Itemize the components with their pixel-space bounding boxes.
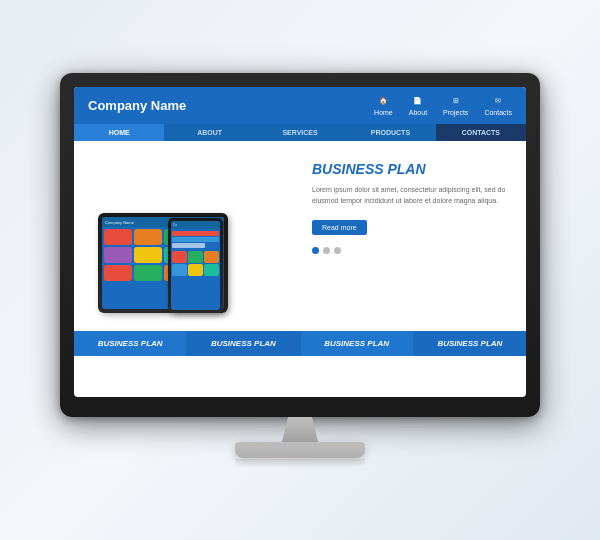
phone-bar-blue — [172, 237, 219, 242]
phone-app-red — [172, 251, 187, 263]
smartphone-device: Co — [168, 218, 223, 313]
phone-app-green — [188, 251, 203, 263]
card-2[interactable]: BUSINESS PLAN — [187, 331, 299, 356]
site-navigation: HOME ABOUT SERVICES PRODUCTS CONTACTS — [74, 124, 526, 141]
app-icon-purple — [104, 247, 132, 263]
monitor-bezel: Company Name 🏠 Home 📄 About ⊞ Projects — [60, 73, 540, 417]
phone-app-orange — [204, 251, 219, 263]
nav-about[interactable]: ABOUT — [164, 124, 254, 141]
phone-app-grid — [171, 250, 220, 277]
contacts-icon: ✉ — [491, 95, 505, 107]
card-3[interactable]: BUSINESS PLAN — [301, 331, 413, 356]
header-nav-icons: 🏠 Home 📄 About ⊞ Projects ✉ Contacts — [374, 95, 512, 116]
monitor-stand-neck — [270, 417, 330, 442]
nav-icon-contacts[interactable]: ✉ Contacts — [484, 95, 512, 116]
projects-icon: ⊞ — [449, 95, 463, 107]
app-icon-green2 — [134, 265, 162, 281]
read-more-button[interactable]: Read more — [312, 220, 367, 235]
smartphone-screen: Co — [171, 221, 220, 310]
card-1[interactable]: BUSINESS PLAN — [74, 331, 186, 356]
site-main-content: Company Name — [74, 141, 526, 331]
nav-contacts[interactable]: CONTACTS — [436, 124, 526, 141]
nav-home[interactable]: HOME — [74, 124, 164, 141]
dot-3[interactable] — [334, 247, 341, 254]
hero-content: BUSINESS PLAN Lorem ipsum dolor sit amet… — [302, 151, 512, 321]
nav-products[interactable]: PRODUCTS — [345, 124, 435, 141]
pagination-dots — [312, 247, 512, 254]
nav-icon-about[interactable]: 📄 About — [409, 95, 427, 116]
app-icon-yellow — [134, 247, 162, 263]
app-icon-red2 — [104, 265, 132, 281]
card-4[interactable]: BUSINESS PLAN — [414, 331, 526, 356]
phone-app-blue — [172, 264, 187, 276]
nav-services[interactable]: SERVICES — [255, 124, 345, 141]
phone-header: Co — [171, 221, 220, 229]
hero-body: Lorem ipsum dolor sit amet, consectetur … — [312, 185, 512, 206]
phone-app-yellow — [188, 264, 203, 276]
monitor-base-reflection — [235, 459, 365, 467]
monitor-base — [235, 442, 365, 458]
nav-icon-home[interactable]: 🏠 Home — [374, 95, 393, 116]
app-icon-red — [104, 229, 132, 245]
nav-icon-projects[interactable]: ⊞ Projects — [443, 95, 468, 116]
bottom-cards: BUSINESS PLAN BUSINESS PLAN BUSINESS PLA… — [74, 331, 526, 356]
home-icon: 🏠 — [376, 95, 390, 107]
app-icon-orange — [134, 229, 162, 245]
about-icon: 📄 — [411, 95, 425, 107]
hero-title: BUSINESS PLAN — [312, 161, 512, 177]
monitor-screen: Company Name 🏠 Home 📄 About ⊞ Projects — [74, 87, 526, 397]
phone-bar-white — [172, 243, 205, 248]
phone-content — [171, 229, 220, 250]
site-header: Company Name 🏠 Home 📄 About ⊞ Projects — [74, 87, 526, 124]
phone-bar-red — [172, 231, 219, 236]
monitor-wrapper: Company Name 🏠 Home 📄 About ⊞ Projects — [60, 73, 540, 467]
devices-showcase: Company Name — [88, 151, 288, 321]
phone-app-teal — [204, 264, 219, 276]
company-logo: Company Name — [88, 98, 186, 113]
dot-1[interactable] — [312, 247, 319, 254]
dot-2[interactable] — [323, 247, 330, 254]
